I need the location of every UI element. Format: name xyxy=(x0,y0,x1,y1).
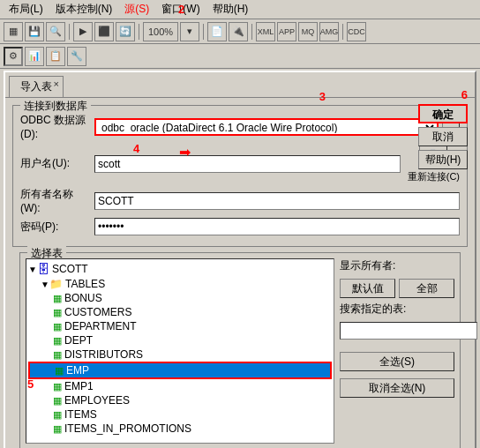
tb-icon3[interactable]: 🔍 xyxy=(46,22,65,41)
table-icon-items: ▦ xyxy=(53,409,62,421)
tb-sql1[interactable]: XML xyxy=(256,22,275,41)
tb2-icon2[interactable]: 📊 xyxy=(25,47,44,66)
tb-zoom[interactable]: ▾ xyxy=(180,22,199,41)
tree-item-bonus[interactable]: ▦ BONUS xyxy=(28,291,332,305)
tb2-icon1[interactable]: ⚙ xyxy=(4,47,23,66)
tree-node-tables[interactable]: ▼ 📁 TABLES xyxy=(28,277,332,291)
expand-tables: ▼ xyxy=(41,280,49,289)
help-btn[interactable]: 帮助(H) xyxy=(418,150,468,169)
tree-item-items[interactable]: ▦ ITEMS xyxy=(28,407,332,422)
action-btn-area: 6 确定 取消 帮助(H) xyxy=(418,104,468,169)
tb-icon1[interactable]: ▦ xyxy=(4,22,23,41)
deselect-all-btn[interactable]: 取消全选(N) xyxy=(340,378,454,398)
owner-label: 所有者名称(W): xyxy=(20,187,91,214)
table-icon-distributors: ▦ xyxy=(53,349,62,361)
tree-node-scott[interactable]: ▼ 🗄 SCOTT xyxy=(28,261,332,277)
tb-db[interactable]: 🔌 xyxy=(229,22,248,41)
dialog-panel: 导入表 × 连接到数据库 3 ODBC 数据源(D): odbc_oracle … xyxy=(4,71,476,448)
tb-sql3[interactable]: MQ xyxy=(298,22,318,41)
default-btn[interactable]: 默认值 xyxy=(340,279,395,298)
owner-input[interactable] xyxy=(94,192,460,210)
tb-page[interactable]: 📄 xyxy=(207,22,227,41)
table-icon-customers: ▦ xyxy=(53,307,62,318)
table-icon-dept: ▦ xyxy=(53,335,62,347)
user-row: 用户名(U): 4 ➡ 🖧 重新连接(C) xyxy=(20,144,460,183)
dialog-tab[interactable]: 导入表 × xyxy=(9,76,64,97)
tb-sql2[interactable]: APP xyxy=(277,22,296,41)
tree-label-items-promo: ITEMS_IN_PROMOTIONS xyxy=(64,422,191,435)
tree-item-distributors[interactable]: ▦ DISTRIBUTORS xyxy=(28,347,332,362)
tree-label-employees: EMPLOYEES xyxy=(64,394,130,407)
tree-label-items: ITEMS xyxy=(64,408,97,421)
tb-cdc[interactable]: CDC xyxy=(347,22,366,41)
user-label: 用户名(U): xyxy=(20,156,91,171)
annot-3: 3 xyxy=(319,90,326,103)
annot-5: 5 xyxy=(27,377,34,391)
tree-item-customers[interactable]: ▦ CUSTOMERS xyxy=(28,305,332,319)
tab-label: 导入表 xyxy=(20,80,52,93)
separator3 xyxy=(203,24,204,40)
tb-icon5[interactable]: ⬛ xyxy=(94,22,114,41)
search-table-input[interactable] xyxy=(340,322,477,340)
table-icon-bonus: ▦ xyxy=(53,293,62,304)
pwd-input[interactable] xyxy=(94,218,460,235)
separator1 xyxy=(69,24,70,40)
pwd-row: 密码(P): xyxy=(20,218,460,235)
menu-source[interactable]: 源(S) xyxy=(119,0,154,19)
connect-title: 连接到数据库 xyxy=(20,99,91,114)
connect-section: 连接到数据库 3 ODBC 数据源(D): odbc_oracle (DataD… xyxy=(12,105,468,247)
tab-close-btn[interactable]: × xyxy=(54,78,59,89)
menu-help[interactable]: 帮助(H) xyxy=(207,0,254,19)
owner-row: 所有者名称(W): xyxy=(20,187,460,214)
menu-version[interactable]: 版本控制(N) xyxy=(50,0,118,19)
bottom-btn-area: 全选(S) 取消全选(N) xyxy=(340,347,454,401)
table-icon-items-promo: ▦ xyxy=(53,423,62,435)
tree-item-items-in-promotions[interactable]: ▦ ITEMS_IN_PROMOTIONS xyxy=(28,422,332,436)
tree-label-emp: EMP xyxy=(66,364,89,377)
tree-item-employees[interactable]: ▦ EMPLOYEES xyxy=(28,393,332,407)
all-btn[interactable]: 全部 xyxy=(399,279,454,298)
tree-item-emp1[interactable]: ▦ EMP1 xyxy=(28,379,332,393)
odbc-row: ODBC 数据源(D): odbc_oracle (DataDirect 6.1… xyxy=(20,113,460,140)
tb-icon2[interactable]: 💾 xyxy=(25,22,44,41)
user-input[interactable] xyxy=(94,155,401,173)
separator4 xyxy=(251,24,252,40)
owner-btn-row: 默认值 全部 xyxy=(340,279,454,298)
select-table-inner: ▼ 🗄 SCOTT ▼ 📁 TABLES xyxy=(26,258,454,444)
select-all-btn[interactable]: 全选(S) xyxy=(340,352,454,371)
menu-window[interactable]: 窗口(W) xyxy=(156,0,205,19)
tree-panel[interactable]: ▼ 🗄 SCOTT ▼ 📁 TABLES xyxy=(26,258,334,444)
arrow-right: ➡ xyxy=(179,144,191,161)
menu-layout[interactable]: 布局(L) xyxy=(4,0,49,19)
show-owner-label: 显示所有者: xyxy=(340,258,454,273)
tree-container: ▼ 🗄 SCOTT ▼ 📁 TABLES xyxy=(26,258,334,444)
tb-icon4[interactable]: ▶ xyxy=(73,22,93,41)
odbc-select[interactable]: odbc_oracle (DataDirect 6.1 Oracle Wire … xyxy=(94,118,439,136)
confirm-btn[interactable]: 确定 xyxy=(418,104,468,123)
search-row: 搜索 xyxy=(340,322,454,340)
tree-item-department[interactable]: ▦ DEPARTMENT xyxy=(28,319,332,333)
right-panel: 显示所有者: 默认值 全部 搜索指定的表: 搜索 全选(S) 取消全选( xyxy=(340,258,454,444)
tb-icon6[interactable]: 🔄 xyxy=(116,22,135,41)
tb-sql4[interactable]: AMG xyxy=(319,22,339,41)
tb2-icon3[interactable]: 📋 xyxy=(46,47,65,66)
expand-scott: ▼ xyxy=(28,265,37,274)
tree-item-emp[interactable]: ▦ EMP xyxy=(28,362,332,379)
table-icon-emp1: ▦ xyxy=(53,381,62,392)
table-icon-emp: ▦ xyxy=(55,365,64,377)
tree-label-tables: TABLES xyxy=(65,278,105,290)
tb-percent[interactable]: 100% xyxy=(143,22,178,41)
tb2-icon4[interactable]: 🔧 xyxy=(67,47,86,66)
separator5 xyxy=(342,24,343,40)
tree-label-scott: SCOTT xyxy=(52,263,88,275)
odbc-label: ODBC 数据源(D): xyxy=(20,113,91,140)
annot-6: 6 xyxy=(461,88,468,101)
tree-label-department: DEPARTMENT xyxy=(64,320,137,332)
tree-label-distributors: DISTRIBUTORS xyxy=(64,348,143,361)
cancel-btn[interactable]: 取消 xyxy=(418,127,468,146)
pwd-label: 密码(P): xyxy=(20,220,91,235)
folder-icon: 📁 xyxy=(49,278,63,290)
tree-label-customers: CUSTOMERS xyxy=(64,306,131,318)
table-icon-department: ▦ xyxy=(53,321,62,332)
tree-item-dept[interactable]: ▦ DEPT xyxy=(28,333,332,347)
